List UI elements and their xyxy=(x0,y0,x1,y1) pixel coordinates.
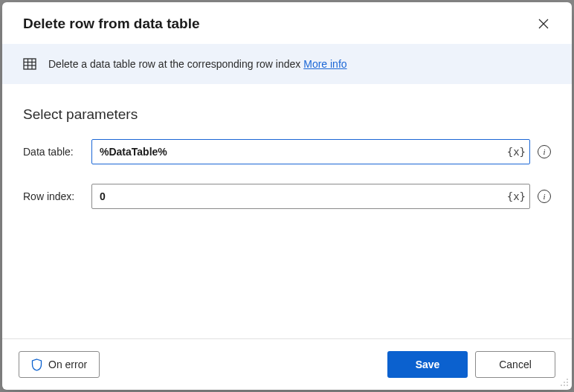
cancel-button[interactable]: Cancel xyxy=(475,351,555,378)
variable-picker-button[interactable]: {x} xyxy=(507,146,526,158)
delete-row-dialog: Delete row from data table Delete a data… xyxy=(2,2,572,390)
on-error-label: On error xyxy=(48,359,87,370)
resize-grip-icon[interactable] xyxy=(558,376,569,387)
variable-picker-button[interactable]: {x} xyxy=(507,190,526,202)
input-wrap: {x} xyxy=(91,184,530,209)
close-button[interactable] xyxy=(536,16,551,31)
save-button[interactable]: Save xyxy=(387,351,468,378)
data-table-icon xyxy=(23,57,36,71)
shield-icon xyxy=(31,359,42,371)
dialog-body: Select parameters Data table: {x} i Row … xyxy=(2,84,572,338)
data-table-input[interactable] xyxy=(91,139,530,164)
dialog-footer: On error Save Cancel xyxy=(2,338,572,390)
input-wrap: {x} xyxy=(91,139,530,164)
info-bar: Delete a data table row at the correspon… xyxy=(2,44,572,84)
more-info-link[interactable]: More info xyxy=(303,58,346,70)
param-label: Row index: xyxy=(23,190,84,202)
param-label: Data table: xyxy=(23,146,84,158)
svg-point-8 xyxy=(561,385,562,386)
svg-point-7 xyxy=(567,382,568,383)
svg-point-10 xyxy=(567,385,568,386)
dialog-header: Delete row from data table xyxy=(2,2,572,44)
on-error-button[interactable]: On error xyxy=(19,351,100,378)
svg-point-6 xyxy=(564,382,565,383)
section-title: Select parameters xyxy=(23,106,551,123)
info-text-wrap: Delete a data table row at the correspon… xyxy=(48,58,347,70)
svg-point-9 xyxy=(564,385,565,386)
dialog-title: Delete row from data table xyxy=(23,16,200,32)
info-text: Delete a data table row at the correspon… xyxy=(48,58,303,70)
svg-point-5 xyxy=(567,379,568,380)
info-icon[interactable]: i xyxy=(538,145,551,158)
param-row-row-index: Row index: {x} i xyxy=(23,184,551,209)
close-icon xyxy=(538,19,549,29)
param-row-data-table: Data table: {x} i xyxy=(23,139,551,164)
svg-rect-0 xyxy=(24,59,36,69)
footer-actions: Save Cancel xyxy=(387,351,555,378)
row-index-input[interactable] xyxy=(91,184,530,209)
info-icon[interactable]: i xyxy=(538,190,551,203)
